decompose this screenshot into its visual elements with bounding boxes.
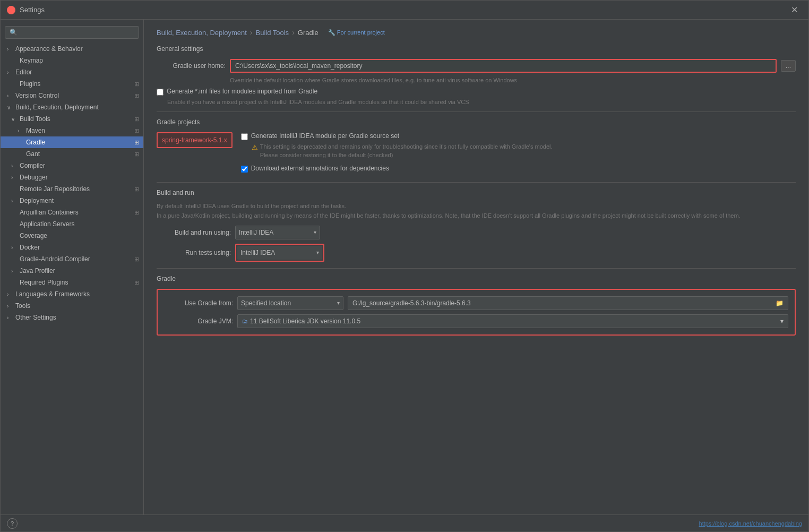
breadcrumb-part2: Build Tools (255, 29, 289, 37)
build-run-desc1: By default IntelliJ IDEA uses Gradle to … (157, 203, 796, 209)
sidebar-item-gradle[interactable]: Gradle ⊞ (1, 136, 143, 148)
sidebar-item-java-profiler[interactable]: › Java Profiler (1, 265, 143, 277)
settings-icon: ⊞ (134, 81, 139, 88)
sidebar-item-label: Application Servers (20, 220, 74, 228)
sidebar-item-label: Compiler (20, 162, 45, 169)
gradle-user-home-hint: Override the default location where Grad… (230, 77, 796, 83)
sidebar-item-label: Languages & Frameworks (15, 290, 90, 298)
project-tag: 🔧 For current project (328, 29, 385, 36)
sidebar-item-label: Debugger (20, 174, 48, 181)
chevron-right-icon: › (7, 315, 13, 321)
generate-intellij-checkbox[interactable] (241, 133, 248, 140)
sidebar-item-app-servers[interactable]: Application Servers (1, 218, 143, 230)
settings-icon: ⊞ (134, 92, 139, 99)
breadcrumb-sep2: › (292, 28, 295, 37)
sidebar-item-label: Arquillian Containers (20, 209, 79, 216)
build-run-title: Build and run (157, 189, 796, 196)
sidebar-item-docker[interactable]: › Docker (1, 242, 143, 253)
sidebar-item-debugger[interactable]: › Debugger (1, 171, 143, 183)
run-tests-using-row: Run tests using: IntelliJ IDEA ▾ (157, 244, 796, 262)
download-annotations-checkbox[interactable] (241, 166, 248, 173)
build-run-desc2: In a pure Java/Kotlin project, building … (157, 211, 796, 220)
generate-intellij-row: Generate IntelliJ IDEA module per Gradle… (241, 132, 796, 140)
sidebar: 🔍 › Appearance & Behavior Keymap › Edito… (1, 20, 144, 514)
generate-iml-hint: Enable if you have a mixed project with … (167, 99, 796, 105)
sidebar-item-build-tools[interactable]: ∨ Build Tools ⊞ (1, 113, 143, 125)
use-gradle-from-row: Use Gradle from: Specified location ▾ G:… (164, 296, 788, 310)
search-input[interactable] (20, 29, 134, 36)
jvm-icon: 🗂 (242, 318, 248, 324)
sidebar-item-maven[interactable]: › Maven ⊞ (1, 125, 143, 136)
project-tag-box[interactable]: spring-framework-5.1.x (157, 132, 233, 148)
sidebar-item-languages[interactable]: › Languages & Frameworks (1, 288, 143, 300)
chevron-right-icon: › (11, 198, 18, 204)
settings-icon: ⊞ (134, 139, 139, 146)
search-box[interactable]: 🔍 (5, 26, 139, 39)
sidebar-item-label: Gant (26, 150, 40, 158)
watermark-link[interactable]: https://blog.csdn.net/chuanchengdabing (699, 520, 802, 527)
build-run-using-row: Build and run using: IntelliJ IDEA ▾ (157, 226, 796, 239)
browse-button[interactable]: ... (781, 60, 796, 72)
sidebar-item-other-settings[interactable]: › Other Settings (1, 312, 143, 323)
use-gradle-from-select[interactable]: Specified location ▾ (237, 296, 343, 310)
download-annotations-row: Download external annotations for depend… (241, 165, 796, 173)
sidebar-item-editor[interactable]: › Editor (1, 66, 143, 78)
generate-iml-label: Generate *.iml files for modules importe… (167, 88, 317, 95)
run-tests-using-value: IntelliJ IDEA (240, 249, 275, 256)
generate-iml-row: Generate *.iml files for modules importe… (157, 88, 796, 96)
build-run-using-value: IntelliJ IDEA (239, 229, 273, 236)
sidebar-item-gant[interactable]: Gant ⊞ (1, 148, 143, 160)
settings-icon: ⊞ (134, 127, 139, 134)
window-title: Settings (20, 6, 787, 14)
sidebar-item-compiler[interactable]: › Compiler (1, 160, 143, 171)
sidebar-item-required-plugins[interactable]: Required Plugins ⊞ (1, 277, 143, 288)
divider2 (157, 182, 796, 183)
gradle-user-home-row: Gradle user home: ... (157, 59, 796, 73)
chevron-down-icon: ▾ (316, 250, 319, 255)
sidebar-item-label: Editor (15, 68, 32, 76)
settings-icon: ⊞ (134, 116, 139, 123)
divider (157, 111, 796, 112)
gradle-jvm-select[interactable]: 🗂 11 BellSoft Liberica JDK version 11.0.… (237, 314, 788, 328)
gradle-user-home-input[interactable] (230, 59, 777, 73)
search-icon: 🔍 (10, 29, 18, 36)
breadcrumb: Build, Execution, Deployment › Build Too… (157, 28, 796, 37)
close-button[interactable]: ✕ (787, 3, 802, 17)
sidebar-item-label: Deployment (20, 197, 54, 204)
sidebar-item-label: Maven (26, 127, 45, 134)
download-annotations-label: Download external annotations for depend… (251, 165, 389, 172)
chevron-right-icon: › (7, 93, 13, 99)
gradle-section: Use Gradle from: Specified location ▾ G:… (157, 289, 796, 336)
sidebar-item-gradle-android[interactable]: Gradle-Android Compiler ⊞ (1, 253, 143, 265)
help-button[interactable]: ? (7, 518, 18, 529)
sidebar-item-label: Other Settings (15, 314, 56, 321)
sidebar-item-keymap[interactable]: Keymap (1, 55, 143, 66)
chevron-right-icon: › (7, 291, 13, 297)
project-icon: 🔧 (328, 29, 335, 36)
settings-window: Settings ✕ 🔍 › Appearance & Behavior Key… (0, 0, 809, 532)
sidebar-item-version-control[interactable]: › Version Control ⊞ (1, 90, 143, 101)
sidebar-item-label: Required Plugins (20, 279, 68, 286)
chevron-down-icon: ▾ (337, 300, 340, 306)
build-run-using-select[interactable]: IntelliJ IDEA ▾ (235, 226, 320, 239)
sidebar-item-label: Docker (20, 244, 40, 251)
settings-icon: ⊞ (134, 279, 139, 286)
sidebar-item-build-exec[interactable]: ∨ Build, Execution, Deployment (1, 101, 143, 113)
gradle-user-home-label: Gradle user home: (157, 62, 226, 70)
run-tests-using-select[interactable]: IntelliJ IDEA ▾ (237, 246, 322, 260)
sidebar-item-arquillian[interactable]: Arquillian Containers ⊞ (1, 207, 143, 218)
sidebar-item-label: Gradle (26, 139, 45, 146)
sidebar-item-appearance[interactable]: › Appearance & Behavior (1, 43, 143, 55)
gradle-jvm-row: Gradle JVM: 🗂 11 BellSoft Liberica JDK v… (164, 314, 788, 328)
sidebar-item-label: Remote Jar Repositories (20, 185, 90, 193)
sidebar-item-label: Tools (15, 302, 30, 310)
generate-iml-checkbox[interactable] (157, 89, 163, 96)
general-settings-title: General settings (157, 45, 796, 53)
sidebar-item-deployment[interactable]: › Deployment (1, 195, 143, 207)
gradle-path-input[interactable]: G:/lg_source/gradle-5.6.3-bin/gradle-5.6… (348, 296, 788, 310)
settings-icon: ⊞ (134, 186, 139, 193)
sidebar-item-plugins[interactable]: Plugins ⊞ (1, 78, 143, 90)
sidebar-item-tools[interactable]: › Tools (1, 300, 143, 312)
sidebar-item-remote-jar[interactable]: Remote Jar Repositories ⊞ (1, 183, 143, 195)
sidebar-item-coverage[interactable]: Coverage (1, 230, 143, 242)
